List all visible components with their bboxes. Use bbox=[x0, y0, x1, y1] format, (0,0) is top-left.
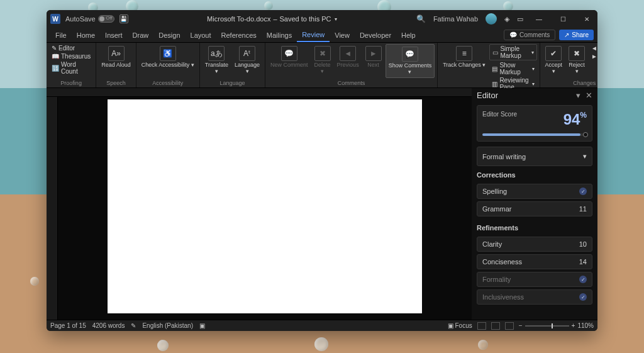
word-app-icon: W bbox=[50, 14, 60, 24]
next-comment-button: ►Next bbox=[363, 44, 384, 70]
close-button[interactable]: ✕ bbox=[579, 10, 595, 28]
tab-draw[interactable]: Draw bbox=[128, 29, 154, 42]
thesaurus-icon: 📖 bbox=[52, 53, 59, 60]
spellcheck-icon[interactable]: ✎ bbox=[131, 322, 136, 329]
prevchange-icon: ◄ bbox=[591, 45, 597, 52]
show-comments-button[interactable]: 💬Show Comments▾ bbox=[386, 44, 435, 78]
corrections-header: Corrections bbox=[477, 171, 592, 179]
maximize-button[interactable]: ☐ bbox=[555, 10, 571, 28]
horizontal-ruler[interactable] bbox=[47, 88, 472, 97]
page-indicator[interactable]: Page 1 of 15 bbox=[50, 322, 86, 329]
pane-options-icon[interactable]: ▾ bbox=[576, 91, 580, 100]
trackchanges-icon: ≡ bbox=[456, 46, 472, 61]
vertical-ruler[interactable] bbox=[47, 97, 58, 320]
app-window: W AutoSave Off 💾 Microsoft To-do.docx – … bbox=[47, 10, 597, 331]
document-page[interactable] bbox=[108, 99, 422, 313]
accessibility-icon: ♿ bbox=[160, 46, 176, 61]
save-icon[interactable]: 💾 bbox=[119, 14, 128, 23]
group-proofing: Proofing bbox=[60, 80, 82, 86]
comment-icon: 💬 bbox=[509, 31, 517, 38]
pane-title: Editor bbox=[477, 91, 498, 100]
tab-mailings[interactable]: Mailings bbox=[262, 29, 297, 42]
tab-insert[interactable]: Insert bbox=[100, 29, 128, 42]
formality-row[interactable]: Formality✓ bbox=[477, 272, 592, 287]
word-count[interactable]: 4206 words bbox=[92, 322, 125, 329]
reject-button[interactable]: ✖Reject▾ bbox=[566, 44, 587, 77]
thesaurus-button[interactable]: 📖Thesaurus bbox=[49, 52, 93, 60]
wordcount-icon: 🔢 bbox=[52, 65, 59, 72]
read-aloud-button[interactable]: A»Read Aloud bbox=[99, 44, 133, 70]
score-bar bbox=[482, 133, 587, 136]
readmode-icon[interactable] bbox=[477, 322, 486, 330]
language-indicator[interactable]: English (Pakistan) bbox=[142, 322, 193, 329]
tab-review[interactable]: Review bbox=[297, 28, 330, 42]
zoom-in-icon[interactable]: + bbox=[572, 322, 575, 329]
check-icon: ✓ bbox=[579, 276, 587, 283]
tab-design[interactable]: Design bbox=[153, 29, 185, 42]
grammar-row[interactable]: Grammar11 bbox=[477, 201, 592, 216]
spelling-row[interactable]: Spelling✓ bbox=[477, 184, 592, 199]
group-speech: Speech bbox=[106, 80, 126, 86]
deletecomment-icon: ✖ bbox=[314, 46, 331, 61]
pane-close-icon[interactable]: ✕ bbox=[586, 91, 592, 100]
toggle-off-icon[interactable]: Off bbox=[98, 15, 114, 23]
diamond-icon[interactable]: ◈ bbox=[504, 15, 509, 23]
translate-button[interactable]: aあTranslate▾ bbox=[203, 44, 231, 77]
readaloud-icon: A» bbox=[108, 46, 125, 61]
translate-icon: aあ bbox=[208, 46, 225, 61]
user-avatar[interactable] bbox=[486, 13, 497, 25]
writing-style-select[interactable]: Formal writing ▾ bbox=[477, 147, 592, 166]
check-accessibility-button[interactable]: ♿Check Accessibility ▾ bbox=[139, 44, 197, 70]
markup-select[interactable]: ▭Simple Markup▾ bbox=[489, 44, 536, 60]
share-icon: ↗ bbox=[564, 31, 569, 38]
newcomment-icon: 💬 bbox=[281, 46, 297, 61]
ribbon-options-icon[interactable]: ▭ bbox=[517, 15, 523, 23]
zoom-level[interactable]: 110% bbox=[577, 322, 594, 329]
check-icon: ✓ bbox=[579, 293, 587, 301]
tab-home[interactable]: Home bbox=[72, 29, 100, 42]
autosave-toggle[interactable]: AutoSave Off bbox=[65, 15, 114, 23]
prev-change-button[interactable]: ◄Previous bbox=[589, 44, 597, 52]
page-viewport[interactable] bbox=[58, 97, 472, 320]
tab-developer[interactable]: Developer bbox=[355, 29, 396, 42]
share-button[interactable]: ↗Share bbox=[559, 30, 594, 40]
minimize-button[interactable]: — bbox=[531, 10, 547, 28]
title-bar: W AutoSave Off 💾 Microsoft To-do.docx – … bbox=[47, 10, 597, 28]
reviewpane-icon: ▥ bbox=[492, 81, 497, 87]
ribbon: ✎Editor 📖Thesaurus 🔢Word Count Proofing … bbox=[47, 43, 597, 88]
reject-icon: ✖ bbox=[569, 46, 585, 61]
editor-icon: ✎ bbox=[52, 45, 57, 52]
weblayout-icon[interactable] bbox=[505, 322, 514, 330]
show-markup-button[interactable]: ▤Show Markup▾ bbox=[489, 61, 536, 76]
tab-file[interactable]: File bbox=[50, 29, 72, 42]
chevron-down-icon[interactable]: ▾ bbox=[335, 16, 337, 22]
score-value: 94 bbox=[564, 111, 580, 128]
inclusiveness-row[interactable]: Inclusiveness✓ bbox=[477, 289, 592, 305]
content-area: Editor ▾ ✕ Editor Score 94% Formal writi… bbox=[47, 88, 597, 320]
printlayout-icon[interactable] bbox=[491, 322, 500, 330]
comments-button[interactable]: 💬Comments bbox=[504, 30, 555, 40]
language-icon: Aᵗ bbox=[239, 46, 255, 61]
search-icon[interactable]: 🔍 bbox=[416, 14, 426, 23]
accept-icon: ✔ bbox=[545, 46, 562, 61]
showcomments-icon: 💬 bbox=[402, 47, 418, 62]
zoom-slider[interactable]: − + 110% bbox=[519, 322, 594, 329]
language-button[interactable]: AᵗLanguage▾ bbox=[232, 44, 262, 77]
macros-icon[interactable]: ▣ bbox=[199, 322, 205, 329]
track-changes-button[interactable]: ≡Track Changes ▾ bbox=[440, 44, 488, 70]
tab-view[interactable]: View bbox=[330, 29, 355, 42]
accept-button[interactable]: ✔Accept▾ bbox=[543, 44, 565, 77]
focus-mode-button[interactable]: ▣ Focus bbox=[448, 322, 472, 329]
editor-score-card[interactable]: Editor Score 94% bbox=[477, 105, 592, 142]
tab-references[interactable]: References bbox=[216, 29, 262, 42]
wordcount-button[interactable]: 🔢Word Count bbox=[49, 60, 93, 76]
prev-comment-button: ◄Previous bbox=[335, 44, 362, 70]
editor-button[interactable]: ✎Editor bbox=[49, 44, 77, 52]
conciseness-row[interactable]: Conciseness14 bbox=[477, 254, 592, 269]
zoom-out-icon[interactable]: − bbox=[519, 322, 523, 329]
document-title: Microsoft To-do.docx – Saved to this PC … bbox=[128, 15, 416, 23]
tab-help[interactable]: Help bbox=[396, 29, 421, 42]
tab-layout[interactable]: Layout bbox=[186, 29, 216, 42]
next-change-button[interactable]: ►Next bbox=[589, 52, 597, 60]
clarity-row[interactable]: Clarity10 bbox=[477, 237, 592, 252]
